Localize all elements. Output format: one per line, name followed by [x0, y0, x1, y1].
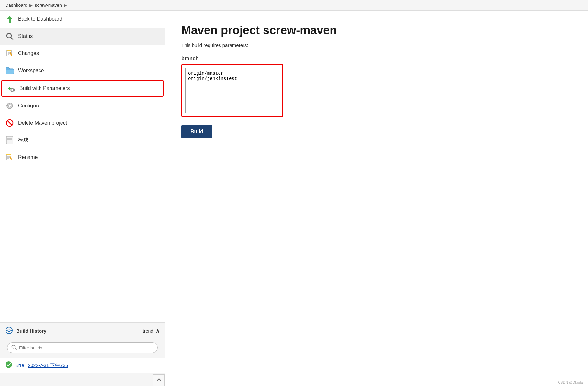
branch-highlight-box: origin/master origin/jenkinsTest [181, 64, 283, 117]
up-arrow-icon [5, 15, 14, 24]
sidebar-nav: Back to Dashboard Status [0, 11, 165, 322]
build-subtitle: This build requires parameters: [181, 42, 572, 48]
filter-builds-wrapper [3, 340, 162, 355]
sidebar-item-label: Rename [18, 154, 38, 160]
build-history-footer [0, 373, 165, 386]
svg-point-18 [8, 105, 11, 107]
svg-rect-29 [6, 136, 13, 144]
sidebar-item-label: Workspace [18, 68, 44, 73]
build-history-section: Build History trend ∧ [0, 322, 165, 386]
search-icon [11, 345, 17, 351]
param-label-branch: branch [181, 56, 572, 61]
sidebar-item-label: Changes [18, 50, 39, 56]
trend-link[interactable]: trend [143, 328, 153, 334]
sidebar-item-label: Build with Parameters [19, 85, 70, 91]
sidebar-item-configure[interactable]: Configure [0, 97, 165, 115]
svg-rect-13 [12, 88, 13, 89]
build-button[interactable]: Build [181, 125, 212, 138]
scroll-top-button[interactable] [153, 374, 165, 386]
watermark: CSDN @Dkodar [558, 381, 584, 384]
filter-input-container [7, 342, 158, 353]
sidebar-item-rename[interactable]: Rename [0, 149, 165, 166]
svg-rect-34 [6, 154, 11, 155]
build-history-icon [5, 326, 13, 335]
sidebar-item-status[interactable]: Status [0, 28, 165, 45]
build-list-item: #15 2022-7-31 下午6:35 [0, 358, 165, 373]
build-history-title: Build History [16, 328, 46, 334]
folder-icon [5, 66, 14, 75]
sidebar-item-workspace[interactable]: Workspace [0, 62, 165, 79]
sidebar-item-label: Back to Dashboard [18, 16, 62, 22]
build-number-link[interactable]: #15 [16, 363, 24, 368]
sidebar: Back to Dashboard Status [0, 11, 165, 386]
svg-rect-22 [12, 105, 13, 106]
breadcrumb-dashboard[interactable]: Dashboard [5, 3, 28, 8]
filter-builds-input[interactable] [19, 345, 153, 350]
svg-rect-4 [7, 50, 11, 51]
sidebar-item-label: Delete Maven project [18, 120, 67, 126]
svg-point-41 [8, 329, 10, 332]
svg-line-2 [11, 37, 13, 39]
page-title: Maven project screw-maven [181, 24, 572, 37]
sidebar-item-delete-maven-project[interactable]: Delete Maven project [0, 115, 165, 132]
build-date-link[interactable]: 2022-7-31 下午6:35 [28, 363, 68, 369]
build-success-icon [5, 361, 12, 370]
breadcrumb-project[interactable]: screw-maven [35, 3, 62, 8]
magnifier-icon [5, 32, 14, 41]
doc-icon [5, 136, 14, 145]
sidebar-item-changes[interactable]: Changes [0, 45, 165, 62]
breadcrumb: Dashboard ▶ screw-maven ▶ [0, 0, 588, 11]
build-history-header-left: Build History [5, 326, 46, 335]
breadcrumb-arrow-1: ▶ [29, 3, 33, 8]
build-gear-icon [6, 84, 16, 93]
svg-rect-15 [10, 90, 11, 90]
sidebar-item-label: 模块 [18, 137, 28, 144]
svg-marker-0 [7, 16, 13, 23]
svg-rect-16 [14, 90, 15, 90]
no-sign-icon [5, 118, 14, 127]
gear-icon [5, 101, 14, 110]
build-history-header: Build History trend ∧ [0, 323, 165, 339]
svg-rect-20 [9, 108, 10, 109]
sidebar-item-back-to-dashboard[interactable]: Back to Dashboard [0, 11, 165, 28]
sidebar-item-label: Configure [18, 103, 40, 109]
svg-point-12 [12, 89, 14, 91]
sidebar-item-build-with-parameters[interactable]: Build with Parameters [1, 80, 164, 97]
svg-rect-21 [6, 105, 8, 106]
svg-rect-14 [12, 91, 13, 92]
main-content: Maven project screw-maven This build req… [165, 11, 588, 386]
sidebar-item-label: Status [18, 33, 33, 39]
svg-rect-19 [9, 103, 10, 104]
svg-line-47 [15, 348, 16, 349]
sidebar-item-modules[interactable]: 模块 [0, 132, 165, 149]
branch-textarea[interactable]: origin/master origin/jenkinsTest [185, 68, 279, 113]
notepad2-icon [5, 153, 14, 162]
collapse-arrow[interactable]: ∧ [156, 328, 160, 334]
breadcrumb-arrow-2: ▶ [64, 3, 67, 8]
notepad-icon [5, 49, 14, 58]
